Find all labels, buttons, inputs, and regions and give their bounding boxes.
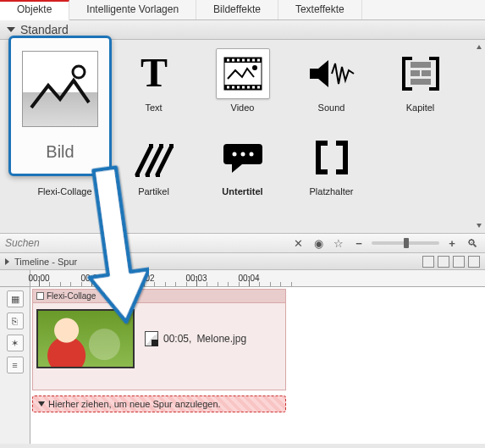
subtitle-icon [216,132,270,183]
timeline-tool-3[interactable] [453,256,465,268]
image-file-icon [145,331,158,346]
ruler-tick-label: 00:01 [80,274,102,283]
video-icon [216,48,270,99]
clip-container-label: Flexi-Collage [47,291,96,301]
svg-rect-20 [411,62,431,68]
text-icon: T [127,48,181,99]
svg-rect-10 [257,59,260,62]
search-input[interactable] [5,237,285,249]
svg-rect-34 [159,144,163,148]
placeholder-icon [305,132,359,183]
timeline-header-tools [422,256,480,268]
svg-rect-13 [237,86,240,89]
tab-objects[interactable]: Objekte [0,0,69,20]
svg-rect-5 [232,59,234,62]
gutter-lock-button[interactable]: ⎘ [7,312,24,329]
clip-thumbnail[interactable] [36,309,135,368]
svg-rect-21 [411,70,420,76]
svg-rect-6 [237,59,240,62]
tab-image-effects[interactable]: Bildeffekte [196,0,278,19]
clip-container[interactable]: Flexi-Collage 00:05, Melone.jpg [32,289,286,390]
timeline-expand-icon[interactable] [5,258,9,265]
timeline-tool-2[interactable] [438,256,449,268]
svg-rect-8 [247,59,250,62]
svg-point-18 [252,65,257,70]
object-label: Partikel [138,186,169,196]
object-label: Flexi-Collage [37,186,91,196]
object-label: Kapitel [406,102,435,113]
particle-icon [127,132,181,183]
tab-text-effects[interactable]: Texteffekte [278,0,362,19]
object-label: Platzhalter [310,186,354,196]
svg-rect-32 [156,173,160,177]
svg-point-39 [240,152,245,157]
svg-rect-17 [257,86,260,89]
collapse-arrow-icon [7,27,15,32]
svg-rect-11 [227,86,229,89]
track-gutter: ▦ ⎘ ✶ ≡ [0,287,30,444]
ruler-tick-label: 00:00 [28,274,49,283]
chapter-icon [394,48,448,99]
clip-row[interactable]: 00:05, Melone.jpg [36,308,246,369]
main-tabs: Objekte Intelligente Vorlagen Bildeffekt… [0,0,485,20]
timeline-tool-4[interactable] [468,256,480,268]
zoom-in-icon[interactable]: + [444,235,460,251]
panel-scroll-indicator[interactable] [477,45,482,228]
visibility-icon[interactable]: ◉ [311,235,326,251]
favorites-icon[interactable]: ☆ [331,235,346,251]
svg-point-41 [73,66,85,78]
object-partikel[interactable]: Partikel [111,132,196,213]
track-area[interactable]: Flexi-Collage 00:05, Melone.jpg Hierher … [30,287,485,444]
timeline-ruler[interactable]: 00:0000:0100:0200:0300:04 [0,270,485,287]
clip-time: 00:05, [163,333,191,345]
zoom-out-icon[interactable]: − [351,235,367,251]
svg-marker-19 [310,60,328,87]
object-text[interactable]: T Text [111,48,196,129]
clip-filename: Melone.jpg [196,333,246,345]
object-sound[interactable]: Sound [289,48,374,129]
gutter-track-button[interactable]: ≡ [7,357,24,373]
gutter-add-button[interactable]: ▦ [7,290,24,307]
object-untertitel[interactable]: Untertitel [200,132,285,213]
object-kapitel[interactable]: Kapitel [378,48,463,129]
clip-container-header[interactable]: Flexi-Collage [33,290,285,303]
svg-rect-33 [149,144,153,148]
drop-hint-label: Hierher ziehen, um neue Spur anzulegen. [48,399,221,409]
svg-rect-4 [227,59,229,62]
svg-rect-35 [169,144,174,148]
ruler-tick-label: 00:04 [238,274,259,283]
timeline-tool-1[interactable] [422,256,434,268]
clip-meta: 00:05, Melone.jpg [145,331,246,346]
timeline-body: ▦ ⎘ ✶ ≡ Flexi-Collage 00:05, Melone.jpg … [0,287,485,444]
svg-rect-23 [411,79,431,85]
ruler-tick-label: 00:03 [185,274,207,283]
object-platzhalter[interactable]: Platzhalter [289,132,374,213]
object-label: Sound [318,102,345,113]
svg-rect-14 [242,86,245,89]
clip-toggle-icon[interactable] [36,292,44,300]
search-bar: ✕ ◉ ☆ − + 🔍︎ [0,233,485,253]
object-video[interactable]: Video [200,48,285,129]
svg-point-40 [249,152,253,157]
dragged-object-bild[interactable]: Bild [8,36,112,176]
object-label: Text [145,102,162,113]
svg-rect-7 [242,59,245,62]
svg-point-38 [232,152,236,157]
gutter-snap-button[interactable]: ✶ [7,335,24,351]
tab-templates[interactable]: Intelligente Vorlagen [69,0,196,19]
svg-rect-16 [252,86,255,89]
svg-text:T: T [140,53,167,95]
image-icon [22,51,98,127]
search-magnify-icon[interactable]: 🔍︎ [465,235,480,251]
svg-rect-15 [247,86,250,89]
zoom-slider[interactable] [372,241,439,245]
svg-rect-9 [252,59,255,62]
category-label: Standard [20,23,69,36]
svg-rect-22 [422,70,431,76]
new-track-drop-hint[interactable]: Hierher ziehen, um neue Spur anzulegen. [32,395,286,412]
svg-rect-30 [135,173,140,177]
timeline-title: Timeline - Spur [14,257,77,267]
clear-search-icon[interactable]: ✕ [290,235,306,251]
svg-rect-12 [232,86,234,89]
svg-marker-37 [232,164,242,173]
